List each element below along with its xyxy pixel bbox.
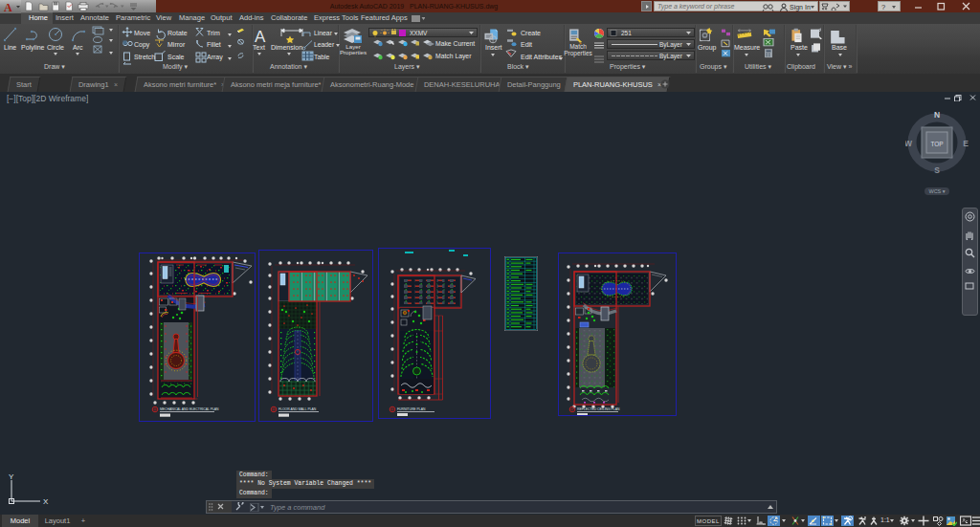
svg-text:A: A: [4, 1, 12, 14]
svg-text:W: W: [905, 139, 913, 148]
svg-text:TOP: TOP: [930, 141, 943, 147]
svg-text:FURNITURE PLAN: FURNITURE PLAN: [397, 407, 426, 411]
svg-text:N: N: [934, 110, 940, 120]
svg-text:ByLayer: ByLayer: [659, 53, 683, 60]
svg-text:X: X: [43, 497, 49, 506]
svg-text:ByLayer: ByLayer: [659, 41, 683, 49]
svg-text:MECHANICAL AND ELECTRICAL PLAN: MECHANICAL AND ELECTRICAL PLAN: [160, 407, 219, 411]
svg-text:251: 251: [621, 30, 632, 36]
svg-text:Y: Y: [9, 472, 14, 481]
svg-text:FLOOR AND WALL PLAN: FLOOR AND WALL PLAN: [278, 407, 317, 411]
svg-text:E: E: [963, 139, 969, 148]
svg-text:S: S: [934, 165, 940, 174]
svg-text:REFLECTED CEILING PLAN: REFLECTED CEILING PLAN: [577, 407, 620, 411]
svg-text:XXMV: XXMV: [410, 30, 428, 36]
